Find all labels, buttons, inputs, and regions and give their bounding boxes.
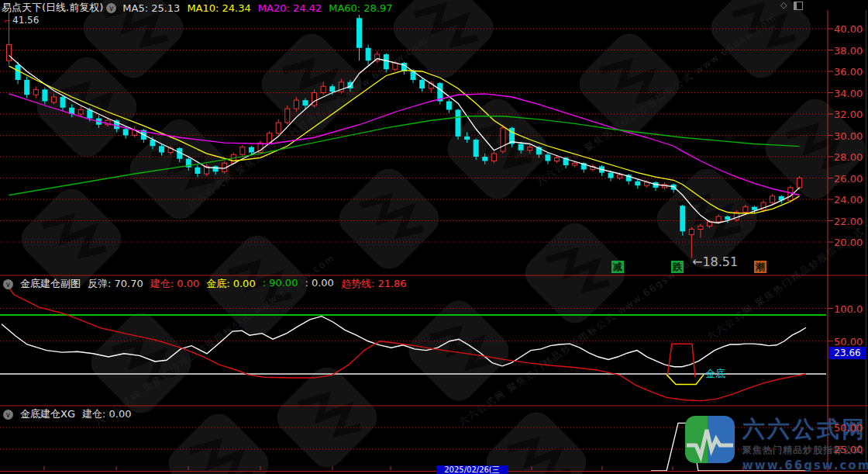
candle-body-down bbox=[545, 154, 550, 161]
candle-body-up bbox=[312, 93, 317, 106]
candle-body-down bbox=[302, 100, 308, 106]
candle-body-down bbox=[213, 166, 219, 171]
collapse-bottom-icon[interactable]: ∨ bbox=[3, 410, 13, 420]
ma-legend-item: MA60: 28.97 bbox=[329, 2, 392, 14]
axis-tick-label: 30.00 bbox=[834, 130, 868, 142]
axis-tick-label: 20.00 bbox=[834, 237, 868, 248]
axis-tick-label: 100.0 bbox=[834, 303, 868, 315]
axis-tick-label: 38.00 bbox=[834, 45, 868, 57]
axis-tick-label: 28.00 bbox=[834, 151, 868, 163]
candle-body-up bbox=[321, 86, 326, 92]
high-flag-icon: ⌐ bbox=[4, 16, 11, 26]
window-restore-glyph bbox=[794, 2, 797, 9]
candle-body-up bbox=[528, 147, 532, 151]
candle-body-down bbox=[249, 147, 254, 153]
candle-body-down bbox=[680, 206, 685, 231]
sub-red-signal-shape bbox=[667, 344, 695, 377]
candle-body-down bbox=[384, 54, 389, 69]
sub-indicator-value: 金底: 0.00 bbox=[206, 277, 255, 291]
chart-canvas bbox=[0, 0, 868, 474]
axis-tick-label: 25.00 bbox=[834, 444, 868, 455]
candle-body-down bbox=[419, 80, 425, 88]
candle-body-up bbox=[501, 128, 505, 151]
ma-line-ma5 bbox=[9, 55, 800, 223]
candle-body-down bbox=[123, 129, 129, 135]
candle-body-up bbox=[618, 175, 622, 178]
ma-line-ma20 bbox=[9, 94, 800, 195]
candle-body-up bbox=[491, 154, 496, 161]
ma-line-ma10 bbox=[9, 66, 800, 213]
jindi-signal-label: 金底 bbox=[705, 367, 725, 381]
site-logo bbox=[685, 416, 735, 463]
window-restore-icon[interactable] bbox=[794, 2, 803, 10]
main-chart-header: 易点天下(日线.前复权) ∨ MA5: 25.13MA10: 24.34MA20… bbox=[2, 1, 400, 15]
candle-body-up bbox=[33, 89, 38, 95]
candle-body-up bbox=[770, 196, 775, 202]
indicator-value-tag: 23.66 bbox=[828, 347, 866, 359]
sub-indicator-header: ∨ 金底建仓副图 反弹: 70.70建仓: 0.00金底: 0.00: 90.0… bbox=[2, 277, 414, 291]
candle-body-up bbox=[743, 207, 748, 213]
bottom-indicator-title[interactable]: 金底建仓XG bbox=[20, 407, 75, 421]
sub-indicator-value: 建仓: 0.00 bbox=[150, 277, 199, 291]
candle-body-down bbox=[159, 146, 164, 152]
trading-app-window: 六六公式网 聚焦热门精品炒股指标公式 www.66gsw.com六六公式网 聚焦… bbox=[0, 0, 868, 474]
candle-body-up bbox=[7, 45, 12, 61]
axis-tick-label: 26.00 bbox=[834, 173, 868, 185]
candle-body-up bbox=[797, 178, 801, 188]
bottom-indicator-values: 建仓: 0.00 bbox=[82, 407, 138, 421]
candle-body-down bbox=[366, 48, 371, 61]
candle-body-up bbox=[294, 100, 298, 109]
signal-marker: 跌 bbox=[671, 261, 684, 273]
candle-body-up bbox=[240, 147, 245, 155]
candle-body-up bbox=[51, 97, 56, 102]
period-low-label: ←18.51 bbox=[692, 254, 738, 269]
axis-tick-label: 24.00 bbox=[834, 194, 868, 206]
sub-indicator-title[interactable]: 金底建仓副图 bbox=[20, 277, 81, 291]
signal-marker: 减 bbox=[611, 261, 624, 273]
candle-body-down bbox=[635, 182, 640, 186]
candle-body-down bbox=[752, 207, 757, 210]
candle-body-down bbox=[725, 216, 730, 220]
sub-indicator-values: 反弹: 70.70建仓: 0.00金底: 0.00: 90.00: 0.00趋势… bbox=[88, 277, 414, 291]
ma-legend-item: MA20: 24.42 bbox=[258, 2, 322, 14]
candle-body-down bbox=[446, 102, 452, 110]
bottom-indicator-header: ∨ 金底建仓XG 建仓: 0.00 bbox=[2, 407, 138, 421]
ma-legend: MA5: 25.13MA10: 24.34MA20: 24.42MA60: 28… bbox=[122, 2, 399, 14]
axis-tick-label: 22.00 bbox=[834, 216, 868, 227]
sub-indicator-value: 反弹: 70.70 bbox=[88, 277, 143, 291]
candle-body-up bbox=[573, 163, 577, 165]
stock-title: 易点天下(日线.前复权) bbox=[2, 1, 103, 15]
candle-body-up bbox=[716, 216, 721, 222]
candle-body-up bbox=[698, 226, 703, 229]
candle-body-up bbox=[689, 230, 694, 235]
sub-indicator-value: : 0.00 bbox=[305, 277, 333, 291]
ma-legend-item: MA10: 24.34 bbox=[187, 2, 250, 14]
axis-tick-label: 50.00 bbox=[834, 336, 868, 348]
candle-body-down bbox=[16, 65, 21, 80]
candle-body-up bbox=[554, 157, 559, 161]
candle-body-down bbox=[24, 80, 29, 95]
candle-body-up bbox=[393, 63, 398, 69]
signal-marker: 潮 bbox=[754, 261, 766, 273]
candle-body-down bbox=[356, 18, 362, 48]
axis-tick-label: 32.00 bbox=[834, 109, 868, 120]
axis-tick-label: 50.00 bbox=[834, 422, 868, 434]
candle-body-up bbox=[78, 110, 83, 115]
collapse-main-icon[interactable]: ∨ bbox=[106, 3, 116, 13]
candle-body-down bbox=[456, 110, 461, 137]
candle-body-down bbox=[464, 137, 470, 140]
candle-body-down bbox=[42, 89, 47, 101]
axis-tick-label: 34.00 bbox=[834, 88, 868, 99]
sub-indicator-value: 趋势线: 21.86 bbox=[341, 277, 407, 291]
site-url: www.66gsw.com bbox=[742, 458, 866, 472]
candle-body-down bbox=[60, 97, 66, 108]
sub-indicator-value: : 90.00 bbox=[263, 277, 298, 291]
candle-body-down bbox=[474, 140, 479, 157]
candle-body-up bbox=[285, 109, 290, 123]
candle-body-up bbox=[276, 123, 281, 133]
diamond-icon[interactable]: ◇ bbox=[780, 0, 787, 10]
crosshair-date-tag: 2025/02/26(三 bbox=[436, 465, 508, 474]
axis-tick-label: 40.00 bbox=[834, 23, 868, 35]
collapse-sub-icon[interactable]: ∨ bbox=[3, 279, 13, 289]
axis-tick-label: 36.00 bbox=[834, 66, 868, 78]
